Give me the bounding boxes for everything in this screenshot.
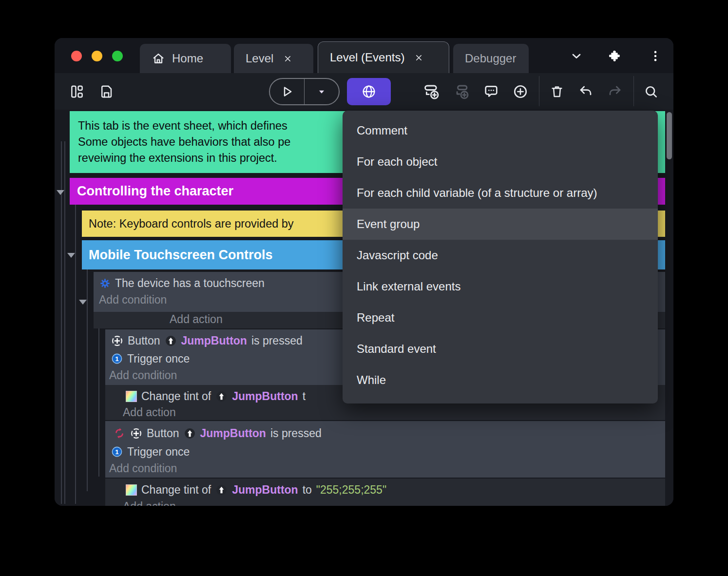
preview-options-button[interactable] bbox=[305, 79, 339, 104]
close-icon[interactable] bbox=[414, 53, 423, 62]
add-condition-link[interactable]: Add condition bbox=[109, 369, 177, 382]
tab-label: Level (Events) bbox=[330, 51, 404, 64]
chevron-down-icon bbox=[570, 49, 583, 63]
undo-button[interactable] bbox=[577, 83, 594, 100]
search-button[interactable] bbox=[642, 83, 660, 100]
traffic-minimize-button[interactable] bbox=[92, 51, 102, 61]
tab-bar: Home Level Level (Events) Debugger bbox=[55, 38, 673, 73]
collapse-arrow-icon[interactable] bbox=[67, 253, 75, 258]
action-suffix: t bbox=[303, 390, 306, 403]
menu-item-link-external-events[interactable]: Link external events bbox=[343, 271, 658, 302]
add-action-link[interactable]: Add action bbox=[123, 500, 176, 506]
divider bbox=[633, 76, 634, 106]
traffic-close-button[interactable] bbox=[71, 51, 82, 61]
add-action-link[interactable]: Add action bbox=[170, 313, 223, 326]
condition-text: Trigger once bbox=[127, 445, 190, 459]
tab-label: Debugger bbox=[465, 52, 516, 65]
play-icon bbox=[280, 84, 294, 99]
tab-level[interactable]: Level bbox=[234, 44, 313, 73]
add-subevent-icon bbox=[454, 83, 470, 100]
menu-item-for-each-object[interactable]: For each object bbox=[343, 146, 658, 177]
note-text: Note: Keyboard controls are provided by bbox=[89, 217, 294, 230]
search-icon bbox=[643, 84, 659, 99]
layout-panels-button[interactable] bbox=[68, 83, 86, 100]
collapse-arrow-icon[interactable] bbox=[79, 300, 87, 305]
gamepad-button-icon bbox=[111, 335, 123, 347]
action-to: to bbox=[303, 483, 312, 497]
undo-icon bbox=[578, 84, 594, 99]
menu-item-repeat[interactable]: Repeat bbox=[343, 302, 658, 333]
tab-home[interactable]: Home bbox=[140, 44, 231, 73]
group-title: Controlling the character bbox=[77, 184, 233, 199]
gear-icon bbox=[99, 278, 111, 289]
add-condition-link[interactable]: Add condition bbox=[109, 462, 177, 475]
tint-icon bbox=[126, 484, 137, 496]
close-icon[interactable] bbox=[283, 54, 292, 63]
instance-name: JumpButton bbox=[232, 483, 298, 497]
add-button[interactable] bbox=[512, 83, 529, 100]
gamepad-button-icon bbox=[130, 427, 142, 440]
globe-icon bbox=[361, 84, 377, 99]
remote-preview-button[interactable] bbox=[347, 78, 391, 105]
add-event-button[interactable] bbox=[423, 83, 441, 100]
add-action-link[interactable]: Add action bbox=[123, 406, 176, 419]
group-title: Mobile Touchscreen Controls bbox=[89, 248, 273, 263]
add-event-context-menu: Comment For each object For each child v… bbox=[343, 111, 658, 403]
action-text: Change tint of bbox=[141, 483, 211, 497]
condition-suffix: is pressed bbox=[251, 334, 303, 347]
preview-button[interactable] bbox=[270, 79, 304, 104]
vertical-scrollbar-thumb[interactable] bbox=[667, 112, 672, 159]
menu-item-comment[interactable]: Comment bbox=[343, 115, 658, 146]
menu-item-for-each-child-variable[interactable]: For each child variable (of a structure … bbox=[343, 177, 658, 209]
addons-button[interactable] bbox=[608, 49, 623, 63]
comment-bubble-icon bbox=[483, 84, 499, 99]
collapse-arrow-icon[interactable] bbox=[57, 190, 64, 195]
preview-split-button bbox=[269, 78, 340, 105]
traffic-zoom-button[interactable] bbox=[112, 51, 123, 61]
home-icon bbox=[152, 52, 165, 65]
condition-object: Button bbox=[128, 334, 160, 347]
save-button[interactable] bbox=[97, 83, 115, 100]
action-block-tint-2[interactable]: Change tint of JumpButton to "255;255;25… bbox=[105, 479, 665, 506]
tab-level-events[interactable]: Level (Events) bbox=[318, 41, 449, 73]
action-value: "255;255;255" bbox=[316, 483, 386, 497]
instance-name: JumpButton bbox=[232, 390, 298, 403]
instance-name: JumpButton bbox=[200, 427, 266, 440]
kebab-menu-icon bbox=[649, 50, 662, 62]
tint-icon bbox=[126, 391, 137, 402]
condition-suffix: is pressed bbox=[270, 427, 322, 440]
svg-text:1: 1 bbox=[115, 355, 119, 363]
tab-label: Home bbox=[172, 52, 203, 65]
indent-guide bbox=[64, 141, 65, 504]
tab-label: Level bbox=[246, 52, 273, 65]
menu-item-event-group[interactable]: Event group bbox=[343, 209, 658, 240]
instance-name: JumpButton bbox=[181, 334, 247, 347]
caret-down-icon bbox=[316, 86, 327, 97]
app-window: Home Level Level (Events) Debugger bbox=[55, 38, 673, 506]
redo-button[interactable] bbox=[606, 83, 624, 100]
add-comment-button[interactable] bbox=[482, 83, 500, 100]
event-block-jumpbutton-2[interactable]: Button JumpButton is pressed 1 Trigger o… bbox=[105, 421, 665, 478]
indent-guide bbox=[75, 178, 76, 504]
dashboard-icon bbox=[70, 84, 84, 99]
trigger-once-icon: 1 bbox=[111, 446, 123, 458]
indent-guide bbox=[61, 141, 62, 504]
menu-item-javascript-code[interactable]: Javascript code bbox=[343, 240, 658, 271]
menu-item-while[interactable]: While bbox=[343, 365, 658, 396]
indent-guide bbox=[87, 241, 88, 491]
tab-list-dropdown-button[interactable] bbox=[569, 49, 584, 63]
add-condition-link[interactable]: Add condition bbox=[99, 293, 167, 307]
condition-object: Button bbox=[147, 427, 179, 440]
svg-text:1: 1 bbox=[115, 448, 119, 456]
trash-icon bbox=[550, 84, 564, 99]
main-menu-button[interactable] bbox=[648, 49, 663, 63]
add-event-icon bbox=[423, 83, 440, 100]
jumpbutton-object-icon bbox=[184, 427, 196, 440]
jumpbutton-object-icon bbox=[215, 390, 228, 403]
tab-debugger[interactable]: Debugger bbox=[453, 44, 529, 73]
menu-item-standard-event[interactable]: Standard event bbox=[343, 333, 658, 365]
save-icon bbox=[99, 84, 114, 99]
delete-button[interactable] bbox=[548, 83, 566, 100]
add-subevent-button[interactable] bbox=[453, 83, 471, 100]
plus-circle-icon bbox=[513, 84, 528, 99]
